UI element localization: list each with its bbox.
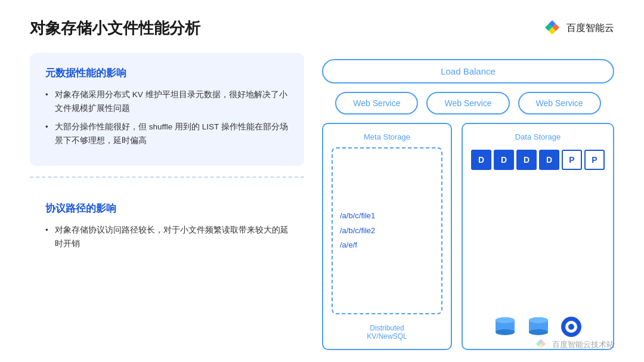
web-service-label-2: Web Service — [444, 98, 491, 108]
storage-row: Meta Storage /a/b/c/file1 /a/b/c/file2 /… — [322, 123, 614, 350]
baidu-cloud-icon — [543, 19, 562, 38]
header: 对象存储小文件性能分析 百度智能云 — [30, 18, 614, 39]
web-service-row: Web Service Web Service Web Service — [322, 92, 614, 115]
logo-label: 百度智能云 — [566, 22, 614, 35]
section-metadata-title: 元数据性能的影响 — [45, 66, 289, 80]
db-icons-row — [471, 315, 605, 338]
load-balance-label: Load Balance — [441, 66, 496, 76]
page-title: 对象存储小文件性能分析 — [30, 18, 200, 39]
meta-file-2: /a/b/c/file2 — [340, 224, 434, 239]
section-protocol: 协议路径的影响 对象存储协议访问路径较长，对于小文件频繁读取带来较大的延时开销 — [30, 188, 304, 269]
d-block-3: D — [516, 150, 537, 170]
section-metadata-bullets: 对象存储采用分布式 KV 维护平坦目录元数据，很好地解决了小文件规模扩展性问题 … — [45, 88, 289, 148]
svg-point-11 — [529, 317, 548, 323]
svg-point-7 — [496, 317, 515, 323]
data-storage-title: Data Storage — [471, 132, 605, 141]
web-service-1: Web Service — [335, 92, 418, 115]
meta-storage-box: Meta Storage /a/b/c/file1 /a/b/c/file2 /… — [322, 123, 452, 350]
p-block-1: P — [562, 150, 582, 170]
meta-file-1: /a/b/c/file1 — [340, 209, 434, 224]
database-icon-1 — [493, 315, 517, 338]
d-block-2: D — [494, 150, 514, 170]
bullet-item: 对象存储采用分布式 KV 维护平坦目录元数据，很好地解决了小文件规模扩展性问题 — [45, 88, 289, 116]
meta-storage-title: Meta Storage — [332, 132, 442, 141]
bullet-item: 对象存储协议访问路径较长，对于小文件频繁读取带来较大的延时开销 — [45, 224, 289, 251]
page: 对象存储小文件性能分析 百度智能云 元数据性能的影响 对象存储采用分布式 KV … — [0, 0, 644, 362]
web-service-2: Web Service — [426, 92, 509, 115]
meta-file-3: /a/e/f — [340, 238, 434, 253]
left-panel: 元数据性能的影响 对象存储采用分布式 KV 维护平坦目录元数据，很好地解决了小文… — [30, 53, 304, 350]
section-protocol-bullets: 对象存储协议访问路径较长，对于小文件频繁读取带来较大的延时开销 — [45, 224, 289, 251]
d-block-4: D — [539, 150, 559, 170]
svg-point-6 — [496, 329, 515, 335]
section-divider — [30, 177, 304, 178]
footer-text: 百度智能云技术站 — [552, 339, 614, 350]
web-service-3: Web Service — [518, 92, 601, 115]
footer: 百度智能云技术站 — [534, 338, 614, 351]
database-icon-2 — [527, 315, 550, 338]
disc-icon — [560, 315, 583, 338]
meta-inner-box: /a/b/c/file1 /a/b/c/file2 /a/e/f — [332, 147, 442, 314]
bullet-item: 大部分操作性能很好，但 shuffle 用到的 LIST 操作性能在部分场景下不… — [45, 120, 289, 148]
section-protocol-title: 协议路径的影响 — [45, 202, 289, 215]
kv-label: DistributedKV/NewSQL — [332, 324, 442, 341]
right-panel: Load Balance Web Service Web Service Web… — [322, 53, 614, 350]
web-service-label-1: Web Service — [353, 98, 400, 108]
svg-point-10 — [529, 329, 548, 335]
logo: 百度智能云 — [543, 19, 614, 38]
load-balance-box: Load Balance — [322, 59, 614, 83]
p-block-2: P — [584, 150, 605, 170]
svg-point-14 — [568, 324, 574, 330]
section-metadata: 元数据性能的影响 对象存储采用分布式 KV 维护平坦目录元数据，很好地解决了小文… — [30, 53, 304, 166]
d-blocks-row: D D D D P P — [471, 150, 605, 170]
data-inner-box: D D D D P P — [471, 147, 605, 341]
footer-icon — [534, 338, 547, 351]
main-content: 元数据性能的影响 对象存储采用分布式 KV 维护平坦目录元数据，很好地解决了小文… — [30, 53, 614, 350]
web-service-label-3: Web Service — [536, 98, 583, 108]
data-storage-box: Data Storage D D D D P P — [462, 123, 614, 350]
d-block-1: D — [471, 150, 491, 170]
